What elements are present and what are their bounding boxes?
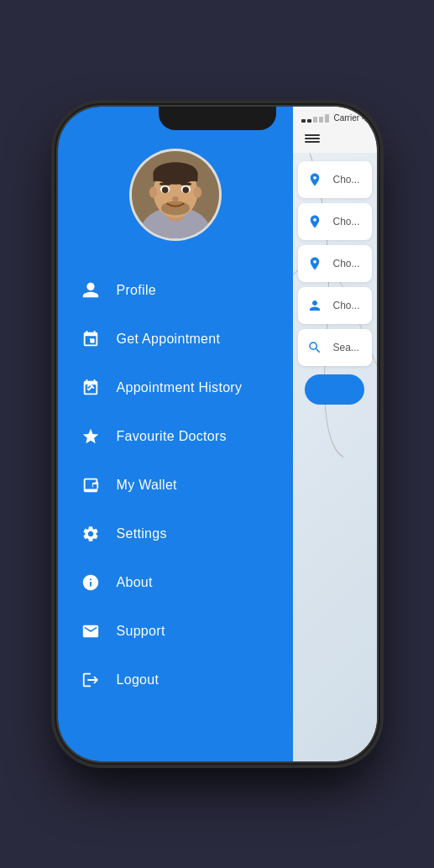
hamburger-line-3	[305, 141, 320, 143]
sidebar-item-label: Support	[117, 624, 165, 639]
content-row-text-1: Cho...	[333, 216, 360, 227]
content-row-1[interactable]: Cho...	[298, 203, 372, 240]
wifi-icon	[362, 114, 373, 123]
content-row-2[interactable]: Cho...	[298, 245, 372, 282]
location-icon-1	[303, 210, 327, 233]
phone-wrapper: Profile Get Appointment	[0, 0, 434, 868]
sidebar-item-label: Favourite Doctors	[117, 429, 227, 444]
person-medical-icon	[303, 294, 327, 317]
content-row-text-3: Cho...	[333, 300, 360, 311]
map-area: Cho... Cho...	[293, 153, 377, 761]
svg-point-13	[182, 187, 189, 194]
avatar	[129, 149, 222, 241]
sidebar-item-label: Appointment History	[117, 380, 243, 395]
content-rows-container: Cho... Cho...	[293, 161, 377, 405]
sidebar-item-favourite-doctors[interactable]: Favourite Doctors	[58, 412, 293, 461]
sidebar-item-get-appointment[interactable]: Get Appointment	[58, 315, 293, 363]
carrier-info: Carrier	[301, 113, 374, 123]
content-row-3[interactable]: Cho...	[298, 287, 372, 324]
sidebar-item-label: Settings	[117, 526, 167, 541]
action-button[interactable]	[305, 374, 363, 405]
sidebar-item-support[interactable]: Support	[58, 607, 293, 656]
sidebar-item-label: Logout	[117, 672, 159, 688]
content-row-text-2: Cho...	[333, 258, 360, 269]
sidebar-item-label: About	[117, 575, 153, 590]
phone-frame: Profile Get Appointment	[58, 107, 377, 761]
wallet-icon	[78, 473, 103, 498]
info-icon	[78, 570, 103, 595]
person-icon	[78, 278, 103, 303]
sidebar-item-about[interactable]: About	[58, 558, 293, 607]
calendar-check-icon	[78, 375, 103, 400]
person-location-icon	[303, 168, 327, 191]
sidebar-item-settings[interactable]: Settings	[58, 510, 293, 558]
logout-icon	[78, 667, 103, 693]
svg-point-15	[160, 201, 189, 216]
sidebar-item-label: My Wallet	[117, 478, 177, 493]
sidebar: Profile Get Appointment	[58, 107, 293, 761]
svg-point-12	[161, 187, 168, 194]
main-content: Carrier	[293, 107, 377, 761]
signal-dot-2	[307, 119, 311, 123]
location-icon-2	[303, 252, 327, 275]
sidebar-item-label: Profile	[117, 283, 156, 298]
content-row-text-4: Sea...	[333, 342, 359, 353]
calendar-plus-icon	[78, 327, 103, 352]
hamburger-area	[293, 126, 377, 153]
content-row-4[interactable]: Sea...	[298, 329, 372, 366]
signal-dot-1	[301, 119, 306, 123]
sidebar-item-logout[interactable]: Logout	[58, 656, 293, 704]
signal-dot-5	[325, 114, 329, 123]
svg-rect-8	[159, 183, 170, 186]
sidebar-item-appointment-history[interactable]: Appointment History	[58, 363, 293, 412]
hamburger-line-1	[305, 134, 320, 136]
svg-rect-9	[180, 183, 191, 186]
signal-dot-4	[319, 117, 323, 123]
envelope-icon	[78, 619, 103, 644]
status-bar: Carrier	[293, 107, 377, 126]
carrier-label: Carrier	[334, 113, 360, 123]
sidebar-item-label: Get Appointment	[117, 332, 221, 347]
menu-list: Profile Get Appointment	[58, 258, 293, 761]
svg-point-6	[149, 187, 156, 198]
notch	[159, 107, 276, 130]
svg-point-16	[366, 121, 368, 122]
search-person-icon	[303, 336, 327, 359]
gear-icon	[78, 521, 103, 546]
phone-screen: Profile Get Appointment	[58, 107, 377, 761]
content-row-0[interactable]: Cho...	[298, 161, 372, 198]
signal-indicator	[301, 114, 329, 123]
svg-point-7	[193, 187, 201, 198]
sidebar-item-profile[interactable]: Profile	[58, 266, 293, 315]
svg-point-14	[172, 196, 179, 201]
hamburger-line-2	[305, 138, 320, 139]
star-icon	[78, 424, 103, 449]
hamburger-button[interactable]	[301, 129, 369, 148]
sidebar-item-my-wallet[interactable]: My Wallet	[58, 461, 293, 510]
svg-rect-5	[153, 173, 197, 180]
signal-dot-3	[313, 117, 317, 123]
content-row-text-0: Cho...	[333, 174, 360, 186]
avatar-image	[132, 149, 219, 241]
